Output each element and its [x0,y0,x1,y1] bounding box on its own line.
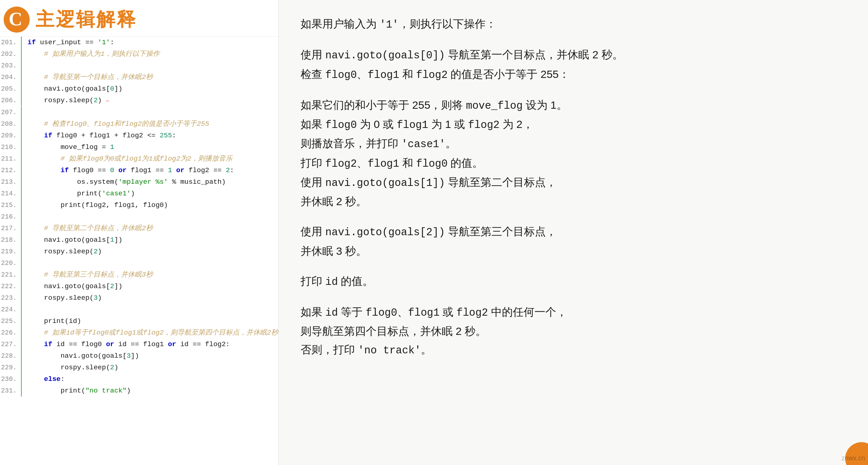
code-line-209: 209. if flog0 + flog1 + flog2 <= 255: [0,130,278,141]
code-line-202: 202. # 如果用户输入为1，则执行以下操作 [0,48,278,60]
code-line-227: 227. if id == flog0 or id == flog1 or id… [0,339,278,350]
code-line-204: 204. # 导航至第一个目标点，并休眠2秒 [0,71,278,83]
explanation-block-1: 如果用户输入为 '1'，则执行以下操作： [301,14,846,34]
code-line-208: 208. # 检查flog0、flog1和flog2的值是否小于等于255 [0,118,278,130]
code-line-213: 213. os.system('mplayer %s' % music_path… [0,176,278,188]
explanation-block-4: 使用 navi.goto(goals[2]) 导航至第三个目标点， 并休眠 3 … [301,222,846,260]
watermark: znwx.cn [842,454,865,462]
code-line-201: 201. if user_input == '1': [0,37,278,48]
exp-text-3: 如果它们的和小于等于 255，则将 move_flog 设为 1。 如果 flo… [301,96,846,211]
code-line-231: 231. print("no track") [0,385,278,397]
exp-text-1: 如果用户输入为 '1'，则执行以下操作： [301,14,846,34]
explanation-block-6: 如果 id 等于 flog0、flog1 或 flog2 中的任何一个， 则导航… [301,303,846,360]
code-line-205: 205. navi.goto(goals[0]) [0,83,278,95]
code-line-211: 211. # 如果flog0为0或flog1为1或flog2为2，则播放音乐 [0,153,278,165]
code-line-225: 225. print(id) [0,315,278,327]
explanation-block-2: 使用 navi.goto(goals[0]) 导航至第一个目标点，并休眠 2 秒… [301,45,846,84]
explanation-block-3: 如果它们的和小于等于 255，则将 move_flog 设为 1。 如果 flo… [301,96,846,211]
code-line-221: 221. # 导航至第三个目标点，并休眠3秒 [0,269,278,281]
code-line-215: 215. print(flog2, flog1, flog0) [0,199,278,211]
code-line-226: 226. # 如果id等于flog0或flog1或flog2，则导航至第四个目标… [0,327,278,339]
code-line-210: 210. move_flog = 1 [0,141,278,153]
code-line-229: 229. rospy.sleep(2) [0,362,278,373]
exp-text-2: 使用 navi.goto(goals[0]) 导航至第一个目标点，并休眠 2 秒… [301,45,846,84]
code-line-214: 214. print('case1') [0,188,278,199]
svg-text:C: C [9,9,22,29]
exp-text-5: 打印 id 的值。 [301,272,846,291]
code-line-217: 217. # 导航至第二个目标点，并休眠2秒 [0,223,278,234]
code-line-218: 218. navi.goto(goals[1]) [0,234,278,246]
code-area[interactable]: 201. if user_input == '1': 202. # 如果用户输入… [0,37,278,465]
exp-text-6: 如果 id 等于 flog0、flog1 或 flog2 中的任何一个， 则导航… [301,303,846,360]
code-line-207: 207. [0,107,278,118]
explanation-block-5: 打印 id 的值。 [301,272,846,291]
code-line-222: 222. navi.goto(goals[2]) [0,281,278,292]
page-title: 主逻辑解释 [35,7,137,32]
code-line-203: 203. [0,60,278,71]
code-line-219: 219. rospy.sleep(2) [0,246,278,257]
header: C 主逻辑解释 [0,0,278,37]
code-line-223: 223. rospy.sleep(3) [0,292,278,304]
code-line-220: 220. [0,257,278,269]
code-line-230: 230. else: [0,373,278,385]
code-line-212: 212. if flog0 == 0 or flog1 == 1 or flog… [0,165,278,176]
code-line-228: 228. navi.goto(goals[3]) [0,350,278,362]
logo-icon: C [4,7,30,33]
code-line-216: 216. [0,211,278,223]
exp-text-4: 使用 navi.goto(goals[2]) 导航至第三个目标点， 并休眠 3 … [301,222,846,260]
code-line-206: 206. rospy.sleep(2) ✏ [0,95,278,107]
right-panel: 如果用户输入为 '1'，则执行以下操作： 使用 navi.goto(goals[… [279,0,868,465]
left-panel: C 主逻辑解释 201. if user_input == '1': 202. … [0,0,279,465]
code-line-224: 224. [0,304,278,315]
